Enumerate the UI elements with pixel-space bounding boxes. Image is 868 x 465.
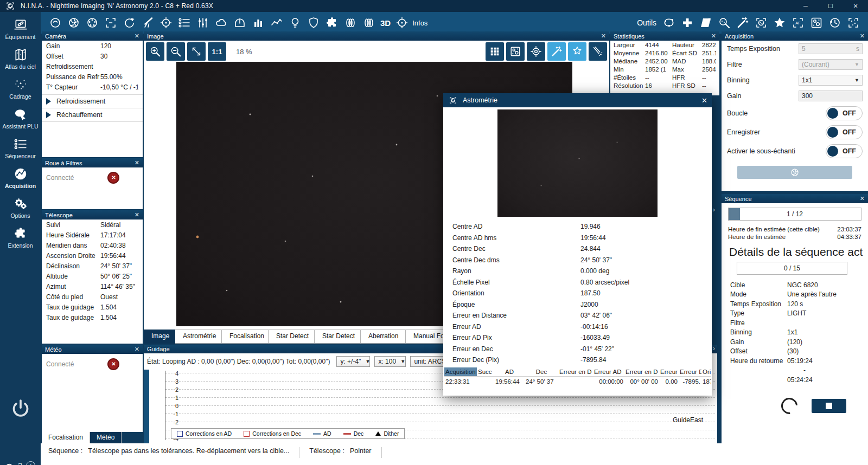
close-icon[interactable]: ✕ [135, 346, 139, 353]
flat-panel-icon[interactable] [286, 14, 304, 32]
star-frame-icon[interactable] [844, 14, 863, 32]
image-toolbar: 1:1 18 % [144, 41, 609, 62]
tab-image[interactable]: Image [144, 330, 175, 344]
sidebar-item-cadrage[interactable]: Cadrage [0, 73, 41, 103]
dialog-title-bar[interactable]: Astrométrie ✕ [443, 93, 712, 107]
column-header[interactable]: Succ [477, 367, 494, 376]
close-icon[interactable]: ✕ [135, 33, 139, 40]
close-button[interactable]: ✕ [843, 0, 868, 12]
cooling-expander[interactable]: Refroidissement [42, 94, 143, 108]
weather-cloud-icon[interactable] [212, 14, 231, 32]
sidebar-item-equipement[interactable]: Équipement [0, 12, 41, 43]
binning-dropdown[interactable]: 1x1▼ [799, 75, 863, 86]
column-header[interactable]: Erreur A [659, 367, 679, 376]
stop-sequence-button[interactable] [812, 399, 846, 413]
help-icon[interactable]: ? [18, 461, 22, 465]
telescope-icon[interactable] [138, 14, 157, 32]
infos-label[interactable]: Infos [412, 19, 427, 27]
star-detection-icon[interactable] [807, 14, 826, 32]
auto-stretch-wand-icon[interactable] [547, 42, 566, 61]
disc-stack2-icon[interactable] [360, 14, 378, 32]
autofocus-frame-icon[interactable]: AF [789, 14, 807, 32]
safety-shield-icon[interactable] [304, 14, 323, 32]
tab-focalisation[interactable]: Focalisation [42, 432, 90, 444]
tab-star-detect-2[interactable]: Star Detect [315, 330, 361, 344]
sidebar-item-options[interactable]: Options [0, 192, 41, 222]
gain-input[interactable]: 300 [799, 91, 863, 101]
one-to-one-button[interactable]: 1:1 [208, 42, 226, 61]
close-icon[interactable]: ✕ [860, 33, 865, 40]
shutter-icon[interactable] [65, 14, 83, 32]
warming-expander[interactable]: Réchauffement [42, 108, 143, 122]
column-header[interactable]: Acquisition [444, 367, 477, 376]
star-detection-toggle-icon[interactable] [506, 42, 525, 61]
grid-toggle-icon[interactable] [486, 42, 504, 61]
dome-icon[interactable] [231, 14, 249, 32]
close-icon[interactable]: ✕ [135, 211, 139, 218]
column-header[interactable]: Erreur AD [593, 367, 624, 376]
capture-button[interactable] [737, 166, 852, 179]
crosshair-toggle-icon[interactable] [527, 42, 545, 61]
tab-focalisation[interactable]: Focalisation [222, 330, 269, 344]
infos-target-icon[interactable] [393, 14, 411, 32]
power-button[interactable] [0, 398, 41, 422]
lasso-icon[interactable] [660, 14, 678, 32]
plate-solve-icon[interactable] [589, 42, 607, 61]
close-icon[interactable]: ✕ [135, 159, 139, 166]
star-analysis-icon[interactable] [568, 42, 586, 61]
guider-icon[interactable] [157, 14, 175, 32]
x-scale-dropdown[interactable]: x: 100▼ [374, 356, 406, 367]
filter-wheel-icon[interactable] [83, 14, 101, 32]
camera-icon[interactable] [46, 14, 65, 32]
save-toggle[interactable]: OFF [826, 125, 863, 139]
column-header[interactable]: AD [494, 367, 525, 376]
plus-cross-icon[interactable] [678, 14, 697, 32]
3d-button[interactable]: 3D [380, 18, 391, 28]
info-icon[interactable]: i [26, 461, 35, 465]
plugin-puzzle-icon[interactable] [323, 14, 341, 32]
sidebar-item-acquisition[interactable]: Acquisition [0, 163, 41, 192]
column-header[interactable]: Erreur en D [558, 367, 593, 376]
close-icon[interactable]: ✕ [701, 96, 707, 105]
close-icon[interactable]: ✕ [601, 33, 606, 40]
filter-dropdown[interactable]: (Courant)▼ [799, 59, 863, 70]
zoom-in-icon[interactable] [146, 42, 164, 61]
focuser-icon[interactable] [101, 14, 120, 32]
star-icon[interactable] [770, 14, 789, 32]
history-clock-icon[interactable] [826, 14, 844, 32]
maximize-button[interactable]: ☐ [818, 0, 843, 12]
sidebar-item-assistant-plu[interactable]: Assistant PLU [0, 103, 41, 133]
column-header[interactable]: Erreur en D [624, 367, 659, 376]
wand-icon[interactable] [733, 14, 752, 32]
disc-stack-icon[interactable] [341, 14, 360, 32]
switch-icon[interactable] [194, 14, 212, 32]
tab-star-detect-1[interactable]: Star Detect [269, 330, 315, 344]
tab-aberration[interactable]: Aberration [361, 330, 406, 344]
column-header[interactable]: Erreur D [679, 367, 701, 376]
magnifier-icon[interactable] [715, 14, 733, 32]
table-row[interactable]: 22:33:31 19:56:44 24° 50' 37 00:00:00 00… [444, 377, 711, 386]
loop-toggle[interactable]: OFF [826, 106, 863, 120]
exposure-input[interactable]: 5s [799, 43, 863, 54]
sidebar-item-atlas[interactable]: Atlas du ciel [0, 43, 41, 73]
zoom-out-icon[interactable] [167, 42, 185, 61]
framing-circle-icon[interactable] [752, 14, 770, 32]
eye-icon[interactable] [4, 462, 14, 465]
y-scale-dropdown[interactable]: y: +/-4"▼ [336, 356, 370, 367]
flat-wizard-icon[interactable] [697, 14, 715, 32]
sidebar-item-extension[interactable]: Extension [0, 222, 41, 252]
column-header[interactable]: Dec [525, 367, 558, 376]
sidebar-item-sequenceur[interactable]: Séquenceur [0, 133, 41, 163]
subsample-toggle[interactable]: OFF [826, 144, 863, 158]
tab-meteo[interactable]: Météo [90, 432, 122, 444]
histogram-icon[interactable] [249, 14, 267, 32]
fit-image-icon[interactable] [187, 42, 206, 61]
sequence-list-icon[interactable] [175, 14, 194, 32]
close-icon[interactable]: ✕ [711, 33, 716, 40]
tab-astrometrie[interactable]: Astrométrie [175, 330, 222, 344]
rotator-icon[interactable] [120, 14, 138, 32]
minimize-button[interactable]: ─ [793, 0, 818, 12]
column-header[interactable]: Orienta [701, 367, 711, 376]
graph-icon[interactable] [267, 14, 286, 32]
close-icon[interactable]: ✕ [860, 195, 865, 202]
